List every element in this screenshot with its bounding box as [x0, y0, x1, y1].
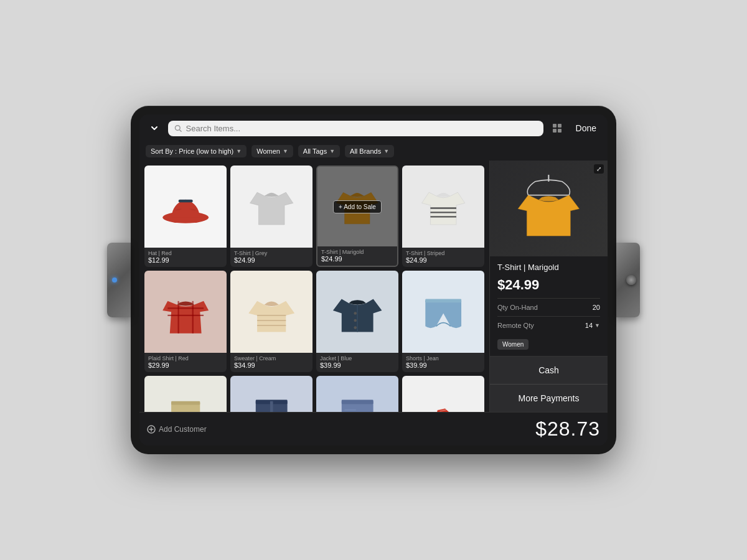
- product-name-shorts-jean: Shorts | Jean: [406, 355, 481, 362]
- product-image-sweater-cream: [230, 271, 312, 353]
- tablet-shell: Done Sort By : Price (low to high) ▼ Wom…: [131, 106, 616, 454]
- remote-qty-label: Remote Qty: [497, 322, 534, 329]
- product-card-tshirt-striped[interactable]: T-Shirt | Striped $24.99: [402, 166, 484, 267]
- product-card-plaid-red[interactable]: Plaid Shirt | Red $29.99: [144, 271, 227, 372]
- svg-rect-11: [171, 401, 200, 405]
- product-image-jacket-blue: [316, 271, 398, 353]
- svg-point-8: [354, 319, 357, 322]
- tags-caret-icon: ▼: [329, 148, 335, 154]
- product-price-sweater-cream: $34.99: [234, 362, 309, 369]
- svg-rect-4: [558, 129, 561, 133]
- tablet-screen: Done Sort By : Price (low to high) ▼ Wom…: [139, 114, 608, 446]
- expand-icon[interactable]: ⤢: [594, 164, 604, 174]
- product-info-tshirt-striped: T-Shirt | Striped $24.99: [402, 248, 484, 267]
- search-bar: [168, 121, 543, 136]
- right-handle: [616, 243, 640, 317]
- product-price-shorts-jean: $39.99: [406, 362, 481, 369]
- add-customer-button[interactable]: Add Customer: [147, 425, 207, 434]
- left-handle: [107, 243, 131, 317]
- svg-rect-1: [553, 124, 557, 128]
- product-price-tshirt-striped: $24.99: [406, 256, 481, 264]
- remote-qty-value: 14 ▼: [585, 322, 600, 329]
- selected-product-price: $24.99: [497, 277, 600, 293]
- svg-point-0: [175, 125, 180, 130]
- product-image-pants-khaki: [144, 376, 227, 412]
- product-price-tshirt-grey: $24.99: [234, 256, 309, 264]
- product-price-hat-red: $12.99: [148, 256, 223, 264]
- product-name-jacket-blue: Jacket | Blue: [320, 355, 395, 362]
- product-image-tshirt-striped: [402, 166, 484, 248]
- product-card-pants-khaki[interactable]: Pants | Khaki: [144, 376, 227, 412]
- chevron-down-button[interactable]: [146, 119, 163, 137]
- product-info-tshirt-grey: T-Shirt | Grey $24.99: [230, 248, 312, 267]
- product-detail-info: T-Shirt | Marigold $24.99 Qty On-Hand 20…: [490, 256, 608, 356]
- right-panel: ⤢ T-Shirt | Marigold $24.99 Qty On-Hand …: [489, 161, 608, 412]
- tag-area: Women: [497, 334, 600, 350]
- qty-on-hand-value: 20: [593, 304, 600, 311]
- product-info-shorts-jean: Shorts | Jean $39.99: [402, 353, 484, 372]
- svg-rect-3: [553, 129, 557, 133]
- remote-qty-caret-icon: ▼: [594, 322, 600, 329]
- women-filter-button[interactable]: Women ▼: [251, 145, 293, 157]
- product-card-jacket-blue[interactable]: Jacket | Blue $39.99: [316, 271, 398, 372]
- product-grid-area: Hat | Red $12.99 T-Shi: [139, 161, 489, 412]
- total-amount: $28.73: [207, 418, 600, 441]
- done-button[interactable]: Done: [571, 121, 601, 136]
- svg-rect-2: [558, 124, 561, 128]
- product-name-tshirt-striped: T-Shirt | Striped: [406, 250, 481, 256]
- more-payments-button[interactable]: More Payments: [490, 385, 608, 412]
- product-info-hat-red: Hat | Red $12.99: [144, 248, 227, 267]
- product-price-jacket-blue: $39.99: [320, 362, 395, 369]
- product-card-sweater-cream[interactable]: Sweater | Cream $34.99: [230, 271, 312, 372]
- product-price-tshirt-marigold: $24.99: [321, 255, 393, 263]
- product-image-tshirt-grey: [230, 166, 312, 248]
- product-name-hat-red: Hat | Red: [148, 250, 223, 256]
- product-card-tshirt-marigold[interactable]: + Add to Sale T-Shirt | Marigold $24.99: [316, 166, 398, 267]
- svg-point-7: [354, 312, 357, 315]
- search-icon: [174, 124, 182, 133]
- product-info-sweater-cream: Sweater | Cream $34.99: [230, 353, 312, 372]
- payment-buttons: Cash More Payments: [490, 356, 608, 412]
- brands-caret-icon: ▼: [383, 148, 389, 154]
- svg-rect-13: [342, 399, 374, 404]
- product-info-tshirt-marigold: T-Shirt | Marigold $24.99: [317, 246, 397, 266]
- product-image-plaid-red: [144, 271, 227, 353]
- product-name-plaid-red: Plaid Shirt | Red: [148, 355, 223, 362]
- sort-filter-button[interactable]: Sort By : Price (low to high) ▼: [146, 145, 247, 157]
- product-image-tshirt-marigold: + Add to Sale: [317, 167, 397, 246]
- grid-view-button[interactable]: [548, 119, 566, 137]
- product-card-shoes-red[interactable]: Shoes | Red: [402, 376, 484, 412]
- selected-product-image: ⤢: [490, 161, 608, 256]
- all-tags-filter-button[interactable]: All Tags ▼: [298, 145, 340, 157]
- svg-rect-6: [178, 199, 192, 202]
- main-content: Hat | Red $12.99 T-Shi: [139, 161, 608, 412]
- add-to-sale-overlay: + Add to Sale: [317, 167, 397, 246]
- search-input[interactable]: [186, 124, 537, 133]
- product-image-shoes-red: [402, 376, 484, 412]
- cash-button[interactable]: Cash: [490, 357, 608, 385]
- sort-caret-icon: ▼: [236, 148, 242, 154]
- product-card-tshirt-grey[interactable]: T-Shirt | Grey $24.99: [230, 166, 312, 267]
- add-to-sale-button[interactable]: + Add to Sale: [333, 200, 382, 213]
- remote-qty-row[interactable]: Remote Qty 14 ▼: [497, 316, 600, 329]
- qty-on-hand-row: Qty On-Hand 20: [497, 298, 600, 311]
- product-name-sweater-cream: Sweater | Cream: [234, 355, 309, 362]
- product-grid: Hat | Red $12.99 T-Shi: [144, 166, 484, 412]
- product-name-tshirt-marigold: T-Shirt | Marigold: [321, 249, 393, 255]
- all-brands-filter-button[interactable]: All Brands ▼: [345, 145, 394, 157]
- product-card-jeans-light[interactable]: Jeans | Light: [316, 376, 398, 412]
- qty-on-hand-label: Qty On-Hand: [497, 304, 538, 311]
- filter-bar: Sort By : Price (low to high) ▼ Women ▼ …: [139, 142, 608, 161]
- product-card-hat-red[interactable]: Hat | Red $12.99: [144, 166, 227, 267]
- bottom-bar: Add Customer $28.73: [139, 412, 608, 446]
- svg-rect-10: [425, 299, 461, 302]
- women-tag-badge: Women: [497, 339, 529, 350]
- add-customer-icon: [147, 425, 156, 434]
- product-image-jeans-dark: [230, 376, 312, 412]
- product-info-jacket-blue: Jacket | Blue $39.99: [316, 353, 398, 372]
- product-card-jeans-dark[interactable]: Jeans | Dark: [230, 376, 312, 412]
- women-caret-icon: ▼: [283, 148, 288, 154]
- product-card-shorts-jean[interactable]: Shorts | Jean $39.99: [402, 271, 484, 372]
- product-image-hat: [144, 166, 227, 248]
- product-info-plaid-red: Plaid Shirt | Red $29.99: [144, 353, 227, 372]
